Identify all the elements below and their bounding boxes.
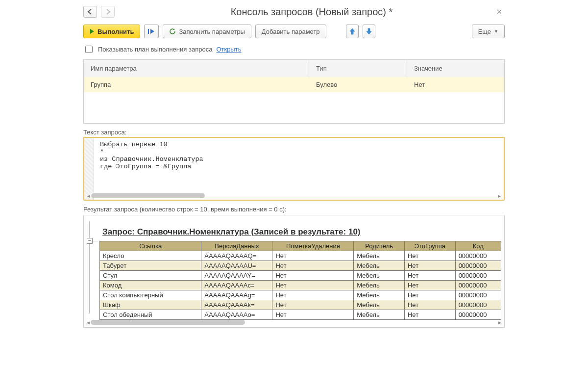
- result-tree: −: [86, 217, 96, 316]
- table-row[interactable]: СтулAAAAAQAAAAY=НетМебельНет00000000: [100, 271, 501, 281]
- query-label: Текст запроса:: [83, 129, 505, 136]
- open-plan-link[interactable]: Открыть: [216, 46, 241, 53]
- cell-ver: AAAAAQAAAAU=: [201, 261, 272, 271]
- params-body: Группа Булево Нет: [84, 77, 504, 123]
- table-row[interactable]: Стол обеденныйAAAAAQAAAAo=НетМебельНет00…: [100, 310, 501, 320]
- cell-ref: Кресло: [100, 251, 201, 261]
- query-editor[interactable]: Выбрать первые 10 * из Справочник.Номенк…: [83, 137, 505, 201]
- col-ver[interactable]: ВерсияДанных: [201, 241, 272, 251]
- query-text[interactable]: Выбрать первые 10 * из Справочник.Номенк…: [94, 138, 504, 200]
- move-up-button[interactable]: [346, 25, 359, 38]
- table-row[interactable]: ТабуретAAAAAQAAAAU=НетМебельНет00000000: [100, 261, 501, 271]
- cell-rod: Мебель: [354, 251, 405, 261]
- cell-grp: Нет: [404, 300, 455, 310]
- cell-kod: 00000000: [455, 261, 501, 271]
- cell-ref: Стол обеденный: [100, 310, 201, 320]
- params-table: Имя параметра Тип Значение Группа Булево…: [83, 59, 505, 124]
- arrow-up-icon: [349, 28, 355, 35]
- execute-label: Выполнить: [98, 28, 134, 35]
- cell-ref: Шкаф: [100, 300, 201, 310]
- cell-ref: Комод: [100, 281, 201, 290]
- add-param-button[interactable]: Добавить параметр: [255, 25, 326, 38]
- param-type: Булево: [309, 77, 407, 92]
- cell-ver: AAAAAQAAAAQ=: [201, 251, 272, 261]
- cell-kod: 00000000: [455, 251, 501, 261]
- cell-grp: Нет: [404, 310, 455, 320]
- col-kod[interactable]: Код: [455, 241, 501, 251]
- execute-button[interactable]: Выполнить: [83, 25, 140, 38]
- move-down-button[interactable]: [363, 25, 375, 38]
- result-table: Ссылка ВерсияДанных ПометкаУдаления Роди…: [99, 241, 501, 320]
- options-row: Показывать план выполнения запроса Откры…: [83, 43, 505, 57]
- cell-pom: Нет: [272, 310, 354, 320]
- cell-rod: Мебель: [354, 290, 405, 300]
- table-row[interactable]: ШкафAAAAAQAAAAk=НетМебельНет00000000: [100, 300, 501, 310]
- fill-params-button[interactable]: Заполнить параметры: [163, 25, 251, 38]
- cell-kod: 00000000: [455, 290, 501, 300]
- cell-grp: Нет: [404, 261, 455, 271]
- titlebar: Консоль запросов (Новый запрос) * ×: [83, 4, 505, 23]
- param-value: Нет: [407, 77, 504, 92]
- close-icon[interactable]: ×: [493, 6, 505, 18]
- step-button[interactable]: [144, 25, 159, 38]
- more-button[interactable]: Еще ▼: [472, 25, 505, 38]
- show-plan-label: Показывать план выполнения запроса: [98, 46, 212, 53]
- cell-kod: 00000000: [455, 300, 501, 310]
- step-icon: [147, 28, 155, 34]
- play-icon: [90, 28, 95, 34]
- col-rod[interactable]: Родитель: [354, 241, 405, 251]
- cell-pom: Нет: [272, 251, 354, 261]
- cell-pom: Нет: [272, 271, 354, 281]
- cell-ver: AAAAAQAAAAc=: [201, 281, 272, 290]
- scroll-right-icon[interactable]: ►: [497, 193, 502, 199]
- tree-collapse-icon[interactable]: −: [87, 238, 93, 244]
- col-pom[interactable]: ПометкаУдаления: [272, 241, 354, 251]
- cell-kod: 00000000: [455, 310, 501, 320]
- table-row[interactable]: КомодAAAAAQAAAAc=НетМебельНет00000000: [100, 281, 501, 290]
- cell-ver: AAAAAQAAAAo=: [201, 310, 272, 320]
- cell-pom: Нет: [272, 261, 354, 271]
- scroll-left-icon[interactable]: ◄: [86, 320, 91, 325]
- params-header-type: Тип: [309, 60, 407, 77]
- more-label: Еще: [478, 28, 491, 35]
- params-row[interactable]: Группа Булево Нет: [84, 77, 504, 92]
- params-header-value: Значение: [407, 60, 504, 77]
- cell-rod: Мебель: [354, 271, 405, 281]
- result-hscroll[interactable]: ◄ ►: [86, 319, 502, 325]
- cell-ver: AAAAAQAAAAY=: [201, 271, 272, 281]
- scroll-right-icon[interactable]: ►: [497, 320, 502, 325]
- table-row[interactable]: Стол компьютерныйAAAAAQAAAAg=НетМебельНе…: [100, 290, 501, 300]
- cell-rod: Мебель: [354, 261, 405, 271]
- cell-pom: Нет: [272, 290, 354, 300]
- result-panel: − Запрос: Справочник.Номенклатура (Запис…: [83, 215, 505, 328]
- params-header: Имя параметра Тип Значение: [84, 60, 504, 77]
- result-label: Результат запроса (количество строк = 10…: [83, 206, 505, 213]
- cell-ref: Табурет: [100, 261, 201, 271]
- col-grp[interactable]: ЭтоГруппа: [404, 241, 455, 251]
- cell-ver: AAAAAQAAAAk=: [201, 300, 272, 310]
- scroll-left-icon[interactable]: ◄: [86, 193, 91, 199]
- query-gutter: [84, 138, 94, 200]
- query-hscroll[interactable]: ◄ ►: [86, 193, 502, 199]
- cell-pom: Нет: [272, 281, 354, 290]
- refresh-icon: [169, 28, 176, 35]
- result-title: Запрос: Справочник.Номенклатура (Записей…: [102, 227, 500, 237]
- table-row[interactable]: КреслоAAAAAQAAAAQ=НетМебельНет00000000: [100, 251, 501, 261]
- arrow-down-icon: [366, 28, 372, 35]
- cell-grp: Нет: [404, 251, 455, 261]
- nav-forward-button[interactable]: [101, 6, 115, 18]
- cell-kod: 00000000: [455, 271, 501, 281]
- cell-kod: 00000000: [455, 281, 501, 290]
- cell-grp: Нет: [404, 271, 455, 281]
- nav-back-button[interactable]: [83, 6, 97, 18]
- cell-pom: Нет: [272, 300, 354, 310]
- cell-ref: Стол компьютерный: [100, 290, 201, 300]
- show-plan-checkbox[interactable]: [85, 46, 93, 53]
- result-header-row: Ссылка ВерсияДанных ПометкаУдаления Роди…: [100, 241, 501, 251]
- params-header-name: Имя параметра: [84, 60, 309, 77]
- cell-ref: Стул: [100, 271, 201, 281]
- col-ref[interactable]: Ссылка: [100, 241, 201, 251]
- cell-rod: Мебель: [354, 310, 405, 320]
- cell-grp: Нет: [404, 290, 455, 300]
- toolbar: Выполнить Заполнить параметры Добавить п…: [83, 23, 505, 43]
